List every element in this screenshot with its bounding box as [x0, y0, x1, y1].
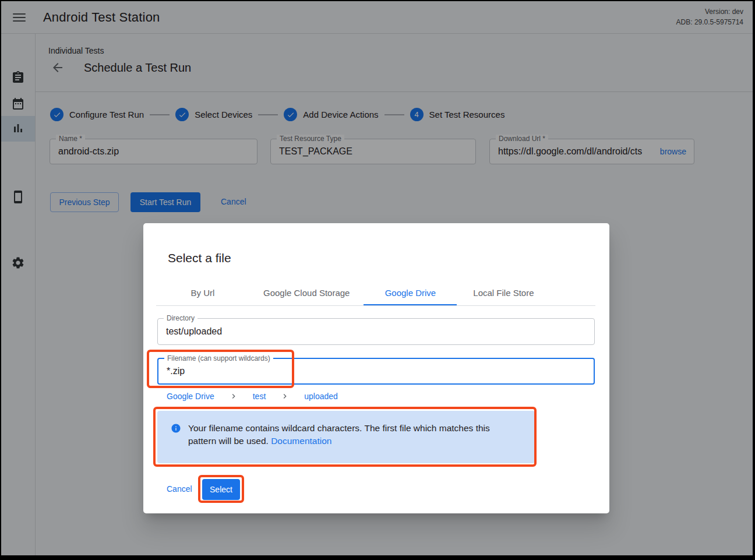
- directory-input[interactable]: [158, 319, 594, 344]
- app-window: Android Test Station Version: dev ADB: 2…: [1, 1, 753, 555]
- tab-by-url[interactable]: By Url: [156, 280, 249, 305]
- select-file-dialog: Select a file By Url Google Cloud Storag…: [143, 223, 609, 513]
- breadcrumb-test[interactable]: test: [253, 392, 266, 401]
- dialog-select-button[interactable]: Select: [202, 479, 240, 500]
- directory-field: Directory: [157, 318, 595, 345]
- tab-local-file-store[interactable]: Local File Store: [457, 280, 550, 305]
- breadcrumb-uploaded[interactable]: uploaded: [304, 392, 338, 401]
- chevron-right-icon: [229, 392, 238, 401]
- wildcard-info-alert: Your filename contains wildcard characte…: [157, 411, 535, 463]
- info-icon: [171, 423, 181, 434]
- tab-google-cloud-storage[interactable]: Google Cloud Storage: [249, 280, 364, 305]
- documentation-link[interactable]: Documentation: [271, 436, 331, 446]
- drive-breadcrumb: Google Drive test uploaded: [167, 392, 338, 401]
- chevron-right-icon: [280, 392, 290, 401]
- alert-message: Your filename contains wildcard characte…: [188, 422, 517, 463]
- dialog-title: Select a file: [168, 251, 231, 265]
- breadcrumb-google-drive[interactable]: Google Drive: [167, 392, 214, 401]
- dialog-cancel-button[interactable]: Cancel: [167, 484, 192, 494]
- filename-field: Filename (can support wildcards): [157, 358, 595, 385]
- filename-input[interactable]: [158, 359, 594, 383]
- tab-google-drive[interactable]: Google Drive: [364, 280, 457, 305]
- alert-text: Your filename contains wildcard characte…: [188, 423, 490, 446]
- dialog-tabs: By Url Google Cloud Storage Google Drive…: [156, 280, 595, 306]
- screenshot-frame: Android Test Station Version: dev ADB: 2…: [0, 0, 755, 560]
